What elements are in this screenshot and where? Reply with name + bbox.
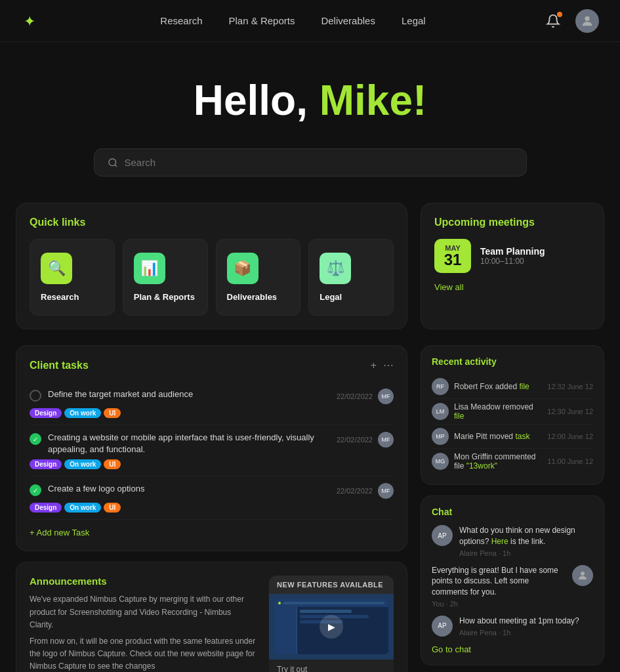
task-item: Define the target market and audience 22… (30, 382, 394, 425)
client-tasks-card: Client tasks + ⋯ Define the target marke… (16, 345, 407, 551)
add-task-icon-btn[interactable]: + (371, 360, 377, 371)
quick-link-legal[interactable]: ⚖️ Legal (308, 239, 394, 316)
activity-time-4: 11:00 June 12 (547, 457, 593, 465)
task-tags-2: Design On work UI (30, 459, 394, 469)
nav-links: Research Plan & Reports Deliverables Leg… (160, 15, 425, 26)
task-tags-1: Design On work UI (30, 408, 394, 418)
tasks-title: Client tasks (30, 360, 89, 371)
tag-design-2: Design (30, 459, 62, 469)
task-text-1: Define the target market and audience (48, 388, 193, 400)
task-item-3: ✓ Create a few logo options 22/02/2022 M… (30, 476, 394, 520)
activity-text-2: Lisa Meadow removed file (454, 402, 542, 421)
quick-link-plan[interactable]: 📊 Plan & Reports (123, 239, 208, 316)
nav-research[interactable]: Research (160, 15, 202, 26)
activity-avatar-4: MG (432, 453, 449, 470)
new-features-box: NEW FEATURES AVAILABLE (269, 576, 394, 672)
activity-text-4: Mon Griffin commented file "13work" (454, 452, 542, 471)
go-to-chat-link[interactable]: Go to chat (432, 644, 593, 654)
search-input[interactable] (125, 157, 513, 168)
meeting-day: 31 (442, 252, 463, 268)
activity-text-1: Robert Fox added file (454, 382, 542, 391)
meetings-card: Upcoming meetings May 31 Team Planning 1… (421, 203, 604, 329)
quick-link-research-icon: 🔍 (41, 253, 72, 284)
nav-plan-reports[interactable]: Plan & Reports (229, 15, 295, 26)
announce-title: Announcements (30, 576, 256, 587)
chat-msg-1: What do you think on new design options?… (459, 525, 593, 547)
activity-text-3: Marie Pitt moved task (454, 432, 542, 441)
announce-right: NEW FEATURES AVAILABLE (269, 576, 394, 672)
chat-who-1: Alaire Pena · 1h (459, 549, 593, 557)
search-section (0, 148, 620, 203)
quick-link-deliverables[interactable]: 📦 Deliverables (216, 239, 301, 316)
quick-link-plan-label: Plan & Reports (134, 292, 195, 302)
task-avatar-1: MF (378, 388, 394, 404)
notification-dot (557, 12, 562, 17)
right-col: Recent activity RF Robert Fox added file… (421, 345, 604, 672)
svg-text:✦: ✦ (24, 13, 35, 30)
activity-link-2[interactable]: file (454, 411, 464, 421)
task-date-2: 22/02/2022 (337, 436, 373, 444)
logo[interactable]: ✦ (21, 9, 45, 33)
task-check-2[interactable]: ✓ (30, 433, 41, 445)
activity-time-3: 12:00 June 12 (547, 432, 593, 440)
chat-avatar-3: AP (432, 616, 453, 637)
nav-legal[interactable]: Legal (402, 15, 426, 26)
left-col: Client tasks + ⋯ Define the target marke… (16, 345, 407, 672)
user-avatar[interactable] (575, 9, 599, 33)
quick-link-deliverables-label: Deliverables (227, 292, 278, 302)
notification-bell[interactable] (541, 9, 565, 33)
activity-link-4[interactable]: "13work" (466, 461, 497, 471)
chat-msg-3: How about meeting at 1pm today? (459, 616, 579, 627)
task-text-2: Creating a website or mobile app interfa… (48, 432, 331, 455)
search-bar (94, 148, 527, 177)
quick-link-plan-icon: 📊 (134, 253, 165, 284)
tasks-actions: + ⋯ (371, 359, 394, 371)
announcements-card: Announcements We've expanded Nimbus Capt… (16, 562, 407, 672)
tag-onwork-3: On work (64, 503, 101, 513)
hero-section: Hello, Mike! (0, 42, 620, 148)
activity-avatar-1: RF (432, 378, 449, 395)
announce-para-1: We've expanded Nimbus Capture by merging… (30, 593, 256, 631)
task-check-3[interactable]: ✓ (30, 484, 41, 496)
bottom-section: Client tasks + ⋯ Define the target marke… (0, 345, 620, 672)
meetings-title: Upcoming meetings (434, 217, 590, 228)
activity-item-2: LM Lisa Meadow removed file 12:30 June 1… (432, 399, 593, 425)
meeting-time: 10:00–11:00 (480, 257, 545, 266)
activity-time-2: 12:30 June 12 (547, 408, 593, 415)
task-check-1[interactable] (30, 390, 41, 402)
top-grid: Quick links 🔍 Research 📊 Plan & Reports … (0, 203, 620, 345)
activity-avatar-3: MP (432, 428, 449, 445)
chat-card: Chat AP What do you think on new design … (421, 495, 604, 665)
quick-links-grid: 🔍 Research 📊 Plan & Reports 📦 Deliverabl… (30, 239, 394, 316)
activity-link-3[interactable]: task (515, 432, 529, 441)
task-date-3: 22/02/2022 (337, 487, 373, 495)
activity-item-4: MG Mon Griffin commented file "13work" 1… (432, 449, 593, 474)
tag-onwork: On work (64, 408, 101, 418)
activity-title: Recent activity (432, 356, 593, 367)
meetings-view-all[interactable]: View all (434, 282, 590, 292)
meeting-name: Team Planning (480, 246, 545, 257)
task-avatar-2: MF (378, 432, 394, 448)
chat-avatar-2 (572, 565, 593, 586)
announce-para-2: From now on, it will be one product with… (30, 635, 256, 672)
nav-right (541, 9, 599, 33)
tag-ui: UI (104, 408, 121, 418)
quick-link-research[interactable]: 🔍 Research (30, 239, 115, 316)
chat-link-1[interactable]: Here (491, 537, 508, 546)
nav-deliverables[interactable]: Deliverables (321, 15, 375, 26)
more-tasks-btn[interactable]: ⋯ (383, 359, 394, 371)
activity-time-1: 12:32 June 12 (547, 383, 593, 390)
quick-link-research-label: Research (41, 292, 79, 302)
chat-message-1: AP What do you think on new design optio… (432, 525, 593, 557)
quick-links-card: Quick links 🔍 Research 📊 Plan & Reports … (16, 203, 407, 329)
try-it-link[interactable]: Try it out (269, 660, 394, 672)
meeting-date-box: May 31 (434, 239, 471, 273)
quick-link-deliverables-icon: 📦 (227, 253, 258, 284)
new-features-preview: ▶ (269, 594, 394, 660)
add-new-task-btn[interactable]: + Add new Task (30, 528, 89, 537)
meeting-info: Team Planning 10:00–11:00 (480, 246, 545, 266)
activity-link-1[interactable]: file (519, 382, 529, 391)
new-features-label: NEW FEATURES AVAILABLE (269, 576, 394, 594)
tag-onwork-2: On work (64, 459, 101, 469)
chat-message-2: Everything is great! But I have some poi… (432, 565, 593, 608)
